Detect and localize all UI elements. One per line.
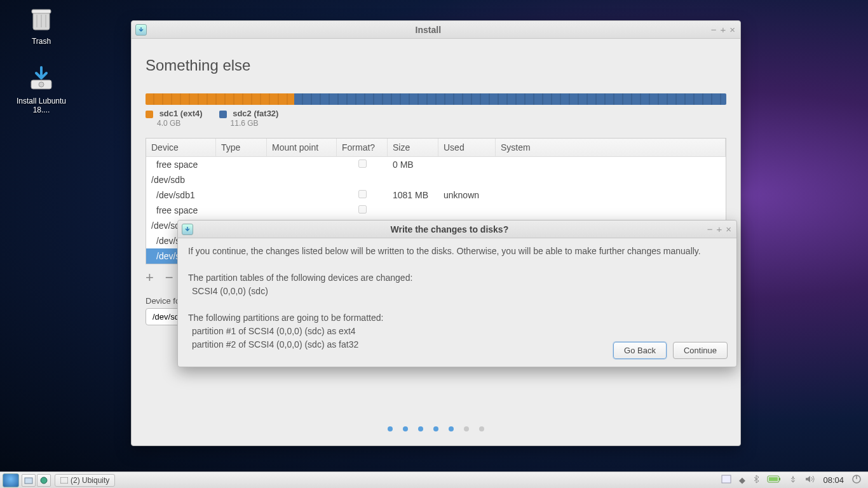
- minimize-icon[interactable]: −: [711, 24, 717, 35]
- trash-icon: [26, 4, 57, 34]
- dialog-title: Write the changes to disks?: [197, 224, 702, 234]
- svg-point-6: [39, 82, 44, 87]
- battery-icon[interactable]: [767, 475, 781, 485]
- svg-point-8: [41, 477, 47, 484]
- clock[interactable]: 08:04: [823, 475, 844, 485]
- volume-icon[interactable]: [805, 475, 815, 485]
- show-desktop-icon[interactable]: [721, 475, 731, 485]
- dialog-text: If you continue, the changes listed belo…: [188, 245, 726, 258]
- page-heading: Something else: [146, 57, 726, 74]
- svg-rect-10: [722, 475, 731, 483]
- dialog-text: The following partitions are going to be…: [188, 311, 726, 325]
- svg-rect-9: [60, 477, 68, 484]
- task-label: (2) Ubiquity: [71, 476, 109, 485]
- disk-legend: sdc1 (ext4) 4.0 GB sdc2 (fat32) 11.6 GB: [146, 109, 726, 128]
- power-icon[interactable]: [851, 474, 862, 486]
- add-partition-button[interactable]: +: [146, 269, 154, 286]
- dialog-text: SCSI4 (0,0,0) (sdc): [188, 285, 726, 298]
- legend-swatch: [219, 111, 227, 118]
- col-mount[interactable]: Mount point: [267, 139, 337, 156]
- format-checkbox[interactable]: [358, 159, 367, 168]
- installer-app-icon: [182, 224, 193, 235]
- dialog-titlebar[interactable]: Write the changes to disks? − + ×: [178, 220, 736, 238]
- file-manager-icon[interactable]: [22, 474, 36, 487]
- install-titlebar[interactable]: Install − + ×: [132, 21, 740, 39]
- col-size[interactable]: Size: [388, 139, 438, 156]
- installer-app-icon: [135, 24, 147, 36]
- install-window-title: Install: [151, 25, 706, 35]
- disk-usage-bar: [146, 93, 726, 105]
- taskbar: (2) Ubiquity ◆ 08:04: [0, 471, 868, 488]
- remove-partition-button[interactable]: −: [165, 269, 173, 286]
- install-icon: [26, 64, 57, 94]
- taskbar-task-ubiquity[interactable]: (2) Ubiquity: [55, 474, 115, 487]
- dialog-body: If you continue, the changes listed belo…: [178, 238, 736, 359]
- table-header: Device Type Mount point Format? Size Use…: [146, 139, 726, 157]
- dialog-text: The partition tables of the following de…: [188, 271, 726, 285]
- desktop-icon-label: Install Lubuntu 18....: [13, 97, 70, 114]
- bluetooth-icon[interactable]: [753, 475, 759, 485]
- desktop-icon-label: Trash: [13, 37, 70, 46]
- maximize-icon[interactable]: +: [716, 224, 722, 234]
- format-checkbox[interactable]: [358, 205, 367, 214]
- start-menu-button[interactable]: [3, 473, 19, 487]
- svg-rect-12: [769, 477, 778, 481]
- col-device[interactable]: Device: [146, 139, 216, 156]
- table-row[interactable]: /dev/sdb11081 MBunknown: [146, 187, 726, 203]
- legend-swatch: [146, 111, 153, 118]
- continue-button[interactable]: Continue: [673, 342, 728, 359]
- dialog-text: partition #1 of SCSI4 (0,0,0) (sdc) as e…: [188, 325, 726, 338]
- table-row[interactable]: free space0 MB: [146, 157, 726, 172]
- col-type[interactable]: Type: [216, 139, 267, 156]
- svg-rect-13: [779, 478, 780, 480]
- col-format[interactable]: Format?: [337, 139, 388, 156]
- system-tray: ◆ 08:04: [715, 474, 868, 486]
- legend-sub: 4.0 GB: [157, 119, 180, 128]
- close-icon[interactable]: ×: [729, 24, 735, 35]
- svg-rect-7: [25, 478, 32, 484]
- desktop-icon-install-lubuntu[interactable]: Install Lubuntu 18....: [13, 64, 70, 114]
- col-system[interactable]: System: [496, 139, 726, 156]
- table-row[interactable]: free space: [146, 203, 726, 218]
- minimize-icon[interactable]: −: [707, 224, 713, 234]
- svg-rect-1: [32, 10, 51, 13]
- write-changes-dialog: Write the changes to disks? − + × If you…: [177, 220, 737, 367]
- legend-sub: 11.6 GB: [231, 119, 259, 128]
- network-icon[interactable]: [789, 475, 797, 485]
- close-icon[interactable]: ×: [726, 224, 731, 234]
- legend-title: sdc2 (fat32): [233, 109, 278, 118]
- updates-icon[interactable]: ◆: [739, 475, 745, 485]
- col-used[interactable]: Used: [438, 139, 496, 156]
- window-icon: [60, 477, 68, 484]
- legend-title: sdc1 (ext4): [159, 109, 203, 118]
- step-dots: [388, 426, 484, 431]
- table-row[interactable]: /dev/sdb: [146, 172, 726, 187]
- maximize-icon[interactable]: +: [720, 24, 726, 35]
- format-checkbox[interactable]: [358, 190, 367, 198]
- go-back-button[interactable]: Go Back: [613, 342, 667, 359]
- desktop-icon-trash[interactable]: Trash: [13, 4, 70, 46]
- browser-icon[interactable]: [37, 474, 51, 487]
